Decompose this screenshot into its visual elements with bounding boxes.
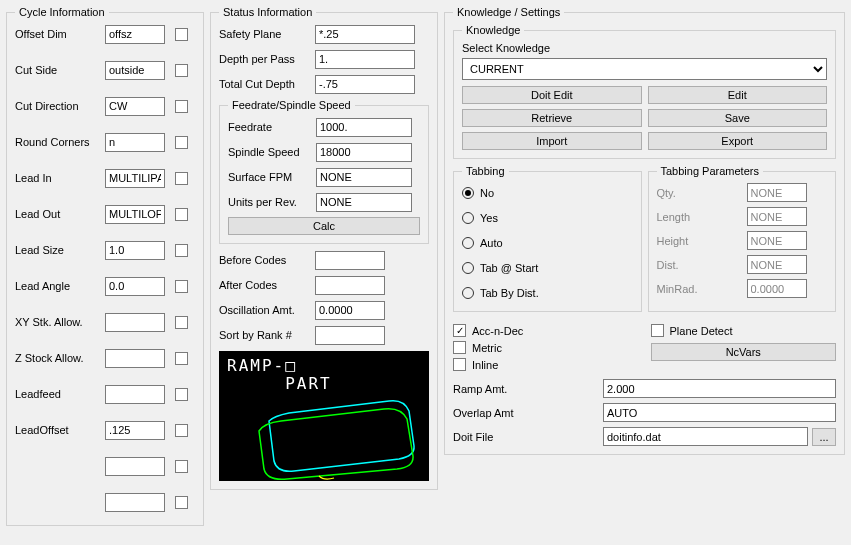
cycle-information-group: Cycle Information Offset Dim Cut Side Cu… xyxy=(6,6,204,526)
lead-in-check[interactable] xyxy=(175,172,188,185)
doit-file-label: Doit File xyxy=(453,431,603,443)
cut-direction-check[interactable] xyxy=(175,100,188,113)
xy-stk-input[interactable] xyxy=(105,313,165,332)
edit-button[interactable]: Edit xyxy=(648,86,828,104)
tab-dist-label: Tab By Dist. xyxy=(480,287,539,299)
leadoffset-label: LeadOffset xyxy=(15,424,105,436)
z-stock-label: Z Stock Allow. xyxy=(15,352,105,364)
doit-file-input[interactable] xyxy=(603,427,808,446)
acc-n-dec-check[interactable] xyxy=(453,324,466,337)
safety-plane-input[interactable] xyxy=(315,25,415,44)
lead-size-check[interactable] xyxy=(175,244,188,257)
total-cut-depth-input[interactable] xyxy=(315,75,415,94)
tab-start-label: Tab @ Start xyxy=(480,262,538,274)
overlap-amt-label: Overlap Amt xyxy=(453,407,603,419)
metric-check[interactable] xyxy=(453,341,466,354)
extra2-input[interactable] xyxy=(105,493,165,512)
after-codes-input[interactable] xyxy=(315,276,385,295)
round-corners-check[interactable] xyxy=(175,136,188,149)
lead-in-label: Lead In xyxy=(15,172,105,184)
extra1-input[interactable] xyxy=(105,457,165,476)
height-label: Height xyxy=(657,235,747,247)
cut-side-input[interactable] xyxy=(105,61,165,80)
inline-label: Inline xyxy=(472,359,498,371)
round-corners-input[interactable] xyxy=(105,133,165,152)
height-input xyxy=(747,231,807,250)
feedrate-input[interactable] xyxy=(316,118,412,137)
ramp-amt-input[interactable] xyxy=(603,379,836,398)
cut-direction-input[interactable] xyxy=(105,97,165,116)
overlap-amt-input[interactable] xyxy=(603,403,836,422)
depth-per-pass-input[interactable] xyxy=(315,50,415,69)
lead-size-input[interactable] xyxy=(105,241,165,260)
leadfeed-label: Leadfeed xyxy=(15,388,105,400)
tab-yes-label: Yes xyxy=(480,212,498,224)
status-legend: Status Information xyxy=(219,6,316,18)
knowledge-sub-group: Knowledge Select Knowledge CURRENT Doit … xyxy=(453,24,836,159)
leadfeed-check[interactable] xyxy=(175,388,188,401)
sort-rank-input[interactable] xyxy=(315,326,385,345)
ramp-amt-label: Ramp Amt. xyxy=(453,383,603,395)
safety-plane-label: Safety Plane xyxy=(219,28,315,40)
tab-auto-label: Auto xyxy=(480,237,503,249)
spindle-speed-label: Spindle Speed xyxy=(228,146,316,158)
spindle-speed-input[interactable] xyxy=(316,143,412,162)
doit-file-browse-button[interactable]: ... xyxy=(812,428,836,446)
units-per-rev-input[interactable] xyxy=(316,193,412,212)
plane-detect-check[interactable] xyxy=(651,324,664,337)
leadoffset-check[interactable] xyxy=(175,424,188,437)
doit-edit-button[interactable]: Doit Edit xyxy=(462,86,642,104)
total-cut-depth-label: Total Cut Depth xyxy=(219,78,315,90)
lead-in-input[interactable] xyxy=(105,169,165,188)
save-button[interactable]: Save xyxy=(648,109,828,127)
lead-angle-label: Lead Angle xyxy=(15,280,105,292)
extra1-check[interactable] xyxy=(175,460,188,473)
tab-no-radio[interactable] xyxy=(462,187,474,199)
tab-dist-radio[interactable] xyxy=(462,287,474,299)
offset-dim-input[interactable] xyxy=(105,25,165,44)
cycle-legend: Cycle Information xyxy=(15,6,109,18)
z-stock-check[interactable] xyxy=(175,352,188,365)
knowledge-sub-legend: Knowledge xyxy=(462,24,524,36)
tabbing-params-group: Tabbing Parameters Qty. Length Height Di… xyxy=(648,165,837,312)
surface-fpm-input[interactable] xyxy=(316,168,412,187)
select-knowledge-label: Select Knowledge xyxy=(462,42,827,54)
sort-rank-label: Sort by Rank # xyxy=(219,329,315,341)
lead-size-label: Lead Size xyxy=(15,244,105,256)
feedrate-group: Feedrate/Spindle Speed Feedrate Spindle … xyxy=(219,99,429,244)
preview-pane: RAMP-□ PART xyxy=(219,351,429,481)
tab-start-radio[interactable] xyxy=(462,262,474,274)
extra2-check[interactable] xyxy=(175,496,188,509)
before-codes-input[interactable] xyxy=(315,251,385,270)
xy-stk-label: XY Stk. Allow. xyxy=(15,316,105,328)
length-label: Length xyxy=(657,211,747,223)
ncvars-button[interactable]: NcVars xyxy=(651,343,837,361)
import-button[interactable]: Import xyxy=(462,132,642,150)
leadoffset-input[interactable] xyxy=(105,421,165,440)
offset-dim-check[interactable] xyxy=(175,28,188,41)
select-knowledge-dropdown[interactable]: CURRENT xyxy=(462,58,827,80)
after-codes-label: After Codes xyxy=(219,279,315,291)
tab-yes-radio[interactable] xyxy=(462,212,474,224)
calc-button[interactable]: Calc xyxy=(228,217,420,235)
oscillation-input[interactable] xyxy=(315,301,385,320)
tab-auto-radio[interactable] xyxy=(462,237,474,249)
lead-out-input[interactable] xyxy=(105,205,165,224)
z-stock-input[interactable] xyxy=(105,349,165,368)
oscillation-label: Oscillation Amt. xyxy=(219,304,315,316)
lead-angle-input[interactable] xyxy=(105,277,165,296)
cut-side-check[interactable] xyxy=(175,64,188,77)
tabbing-group: Tabbing No Yes Auto Tab @ Start Tab By D… xyxy=(453,165,642,312)
leadfeed-input[interactable] xyxy=(105,385,165,404)
export-button[interactable]: Export xyxy=(648,132,828,150)
units-per-rev-label: Units per Rev. xyxy=(228,196,316,208)
xy-stk-check[interactable] xyxy=(175,316,188,329)
lead-out-check[interactable] xyxy=(175,208,188,221)
retrieve-button[interactable]: Retrieve xyxy=(462,109,642,127)
cut-direction-label: Cut Direction xyxy=(15,100,105,112)
lead-angle-check[interactable] xyxy=(175,280,188,293)
feedrate-label: Feedrate xyxy=(228,121,316,133)
feedrate-legend: Feedrate/Spindle Speed xyxy=(228,99,355,111)
before-codes-label: Before Codes xyxy=(219,254,315,266)
inline-check[interactable] xyxy=(453,358,466,371)
